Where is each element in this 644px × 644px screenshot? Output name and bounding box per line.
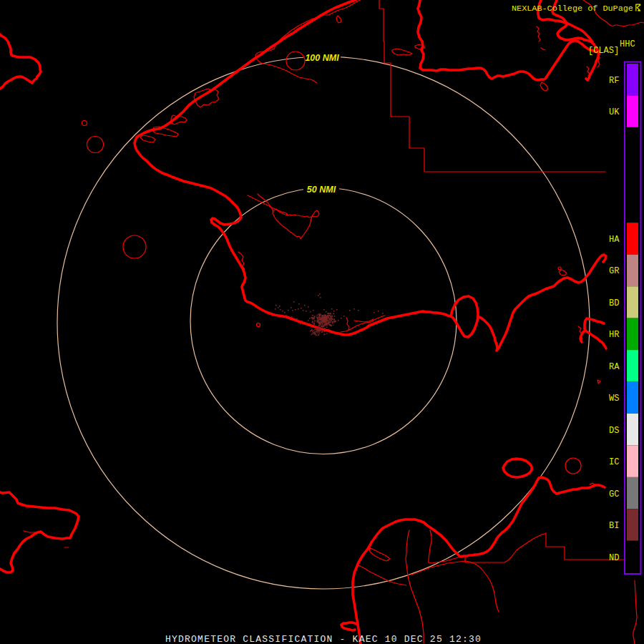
svg-text:HA: HA (609, 235, 620, 245)
svg-text:RF: RF (609, 76, 619, 86)
svg-text:BI: BI (609, 521, 619, 531)
svg-text:HYDROMETEOR CLASSIFICATION - K: HYDROMETEOR CLASSIFICATION - KAEC 10 DEC… (165, 634, 482, 644)
svg-text:DS: DS (609, 426, 619, 436)
svg-text:IC: IC (609, 457, 619, 467)
svg-text:HR: HR (609, 330, 619, 340)
svg-text:BD: BD (609, 298, 619, 308)
svg-text:50 NMI: 50 NMI (307, 185, 336, 195)
svg-text:GC: GC (609, 489, 619, 499)
svg-text:HHC: HHC (620, 39, 635, 49)
svg-text:ND: ND (609, 553, 619, 563)
svg-text:WS: WS (609, 394, 619, 404)
svg-text:NEXLAB-College of DuPage: NEXLAB-College of DuPage (512, 4, 633, 14)
svg-text:100 NMI: 100 NMI (305, 53, 339, 63)
svg-text:[CLAS]: [CLAS] (588, 46, 619, 56)
svg-text:RA: RA (609, 362, 620, 372)
svg-text:UK: UK (609, 107, 620, 117)
svg-text:GR: GR (609, 266, 619, 276)
